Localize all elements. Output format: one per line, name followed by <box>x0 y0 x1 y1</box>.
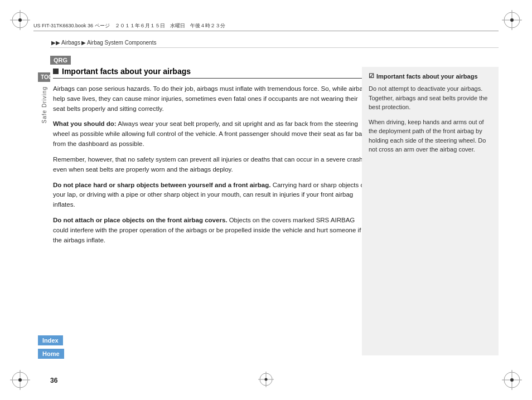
page-number: 36 <box>50 377 57 384</box>
breadcrumb: ▶▶ Airbags ▶ Airbag System Components <box>50 38 499 48</box>
toc-button[interactable]: TOC <box>38 72 50 82</box>
check-icon: ☑ <box>369 72 374 80</box>
right-panel-para2: When driving, keep hands and arms out of… <box>369 118 492 154</box>
qrg-button[interactable]: QRG <box>50 56 71 65</box>
corner-mark-bl <box>10 370 30 390</box>
right-panel-title: ☑ Important facts about your airbags <box>369 72 492 80</box>
section-para5-label: Do not attach or place objects on the fr… <box>53 217 227 223</box>
svg-point-19 <box>265 378 268 381</box>
header-bar: US FIT-31TK6630.book 36 ページ ２０１１年６月１５日 水… <box>33 21 499 31</box>
svg-point-11 <box>18 378 22 382</box>
sidebar: TOC Safe Driving <box>38 72 50 123</box>
section-para5: Do not attach or place objects on the fr… <box>53 216 370 245</box>
corner-mark-tr <box>502 10 522 30</box>
section-para2: What you should do: Always wear your sea… <box>53 119 370 149</box>
right-panel-title-text: Important facts about your airbags <box>376 73 478 80</box>
section-para4: Do not place hard or sharp objects betwe… <box>53 181 370 210</box>
section-heading: Important facts about your airbags <box>53 67 370 79</box>
svg-point-15 <box>510 378 514 382</box>
section-para3: Remember, however, that no safety system… <box>53 155 370 175</box>
breadcrumb-item-components: Airbag System Components <box>87 40 157 46</box>
heading-square-icon <box>53 69 59 74</box>
right-panel-body: Do not attempt to deactivate your airbag… <box>369 84 492 154</box>
section-para4-label: Do not place hard or sharp objects betwe… <box>53 182 270 188</box>
home-button[interactable]: Home <box>38 349 64 359</box>
corner-mark-tl <box>10 10 30 30</box>
section-para1: Airbags can pose serious hazards. To do … <box>53 84 370 114</box>
svg-point-7 <box>510 18 514 22</box>
main-content: Important facts about your airbags Airba… <box>53 67 370 355</box>
breadcrumb-arrow2: ▶ <box>81 40 86 46</box>
section-title: Important facts about your airbags <box>62 67 191 76</box>
section-para2-label: What you should do: <box>53 120 117 127</box>
header-file-info: US FIT-31TK6630.book 36 ページ ２０１１年６月１５日 水… <box>33 22 225 30</box>
center-bottom-mark <box>258 372 274 389</box>
breadcrumb-arrow1: ▶▶ <box>51 40 60 46</box>
svg-point-3 <box>18 18 22 22</box>
right-panel-para1: Do not attempt to deactivate your airbag… <box>369 84 492 112</box>
index-button[interactable]: Index <box>38 335 63 345</box>
sidebar-section-label: Safe Driving <box>41 86 47 123</box>
corner-mark-br <box>502 370 522 390</box>
right-panel: ☑ Important facts about your airbags Do … <box>362 67 499 355</box>
breadcrumb-item-airbags: Airbags <box>61 40 80 46</box>
